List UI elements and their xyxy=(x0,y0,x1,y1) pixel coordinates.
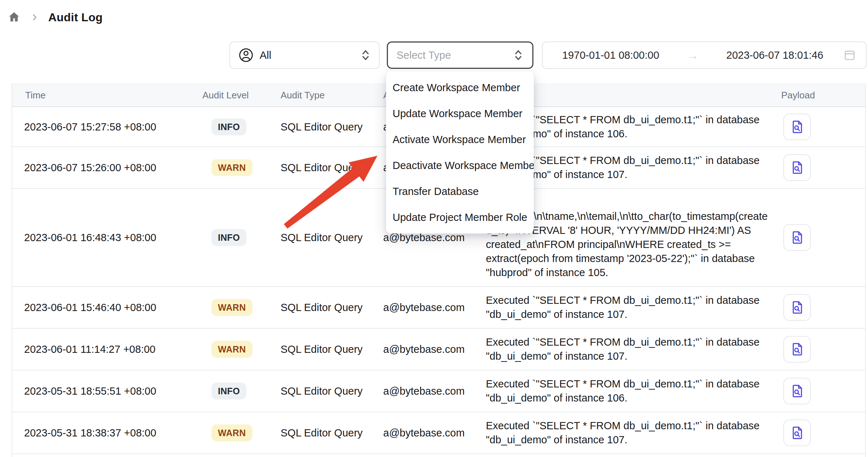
cell-audit-type: SQL Editor Query xyxy=(281,302,363,314)
menu-item-transfer-database[interactable]: Transfer Database xyxy=(386,178,534,204)
menu-item-activate-workspace-member[interactable]: Activate Workspace Member xyxy=(386,127,534,152)
cell-audit-level: WARN xyxy=(211,425,252,442)
date-range-end[interactable]: 2023-06-07 18:01:46 xyxy=(726,49,823,61)
cell-time: 2023-06-01 15:46:40 +08:00 xyxy=(24,302,156,314)
chevrons-up-down-icon xyxy=(513,49,524,62)
cell-audit-level: INFO xyxy=(211,383,246,400)
cell-audit-level: INFO xyxy=(211,118,246,135)
chevron-right-icon xyxy=(30,13,39,22)
cell-comment: Executed `"SELECT * FROM db_ui_demo.t1;"… xyxy=(486,419,770,447)
cell-comment: Executed `"SELECT * FROM db_ui_demo.t1;"… xyxy=(486,335,770,363)
cell-audit-level: WARN xyxy=(211,159,252,176)
audit-type-dropdown-menu: Create Workspace Member Update Workspace… xyxy=(386,71,534,234)
view-payload-button[interactable] xyxy=(783,224,811,251)
cell-time: 2023-05-31 18:38:37 +08:00 xyxy=(24,427,156,439)
cell-actor: a@bytebase.com xyxy=(383,427,465,439)
cell-audit-type: SQL Editor Query xyxy=(281,121,363,133)
audit-level-badge: WARN xyxy=(211,299,252,316)
view-payload-button[interactable] xyxy=(783,378,811,404)
home-icon[interactable] xyxy=(7,10,21,24)
audit-level-badge: INFO xyxy=(211,383,246,400)
menu-item-deactivate-workspace-member[interactable]: Deactivate Workspace Member xyxy=(386,152,534,178)
column-header-level: Audit Level xyxy=(202,90,249,101)
table-row: 2023-06-01 11:14:27 +08:00WARNSQL Editor… xyxy=(12,329,865,371)
document-search-icon xyxy=(789,300,805,315)
actor-filter-value: All xyxy=(260,49,271,61)
cell-actor: a@bytebase.com xyxy=(383,302,465,314)
document-search-icon xyxy=(789,119,805,134)
document-search-icon xyxy=(789,425,805,440)
date-range-picker[interactable]: 1970-01-01 08:00:00 → 2023-06-07 18:01:4… xyxy=(542,41,867,69)
document-search-icon xyxy=(789,342,805,357)
audit-level-badge: WARN xyxy=(211,425,252,442)
cell-audit-type: SQL Editor Query xyxy=(281,427,363,439)
audit-type-placeholder: Select Type xyxy=(397,49,451,61)
cell-audit-level: WARN xyxy=(211,341,252,358)
calendar-icon[interactable] xyxy=(844,49,856,61)
user-circle-icon xyxy=(238,47,254,63)
view-payload-button[interactable] xyxy=(783,294,811,321)
chevrons-up-down-icon xyxy=(360,49,371,62)
cell-comment: Executed `"SELECT * FROM db_ui_demo.t1;"… xyxy=(486,293,770,321)
cell-audit-level: INFO xyxy=(211,229,246,246)
cell-time: 2023-06-01 16:48:43 +08:00 xyxy=(24,232,156,244)
cell-comment: Executed `"SELECT * FROM db_ui_demo.t1;"… xyxy=(486,377,770,405)
cell-time: 2023-06-01 11:14:27 +08:00 xyxy=(24,343,156,355)
view-payload-button[interactable] xyxy=(783,336,811,363)
audit-type-select[interactable]: Select Type xyxy=(387,41,533,69)
document-search-icon xyxy=(789,160,805,175)
cell-time: 2023-06-07 15:27:58 +08:00 xyxy=(24,121,156,133)
document-search-icon xyxy=(789,230,805,245)
cell-audit-type: SQL Editor Query xyxy=(281,162,363,174)
column-header-payload: Payload xyxy=(781,90,815,101)
cell-audit-level: WARN xyxy=(211,299,252,316)
menu-item-update-workspace-member[interactable]: Update Workspace Member xyxy=(386,101,534,127)
cell-time: 2023-06-07 15:26:00 +08:00 xyxy=(24,162,156,174)
audit-level-badge: WARN xyxy=(211,341,252,358)
column-header-time: Time xyxy=(25,90,46,101)
audit-log-page: Audit Log All Select Type 1970-01-01 08:… xyxy=(0,0,868,457)
table-row: 2023-06-01 15:46:40 +08:00WARNSQL Editor… xyxy=(12,287,865,329)
menu-item-update-project-member-role[interactable]: Update Project Member Role xyxy=(386,204,534,230)
cell-actor: a@bytebase.com xyxy=(383,385,465,397)
cell-time: 2023-05-31 18:55:51 +08:00 xyxy=(24,385,156,397)
cell-actor: a@bytebase.com xyxy=(383,343,465,355)
audit-level-badge: INFO xyxy=(211,229,246,246)
cell-audit-type: SQL Editor Query xyxy=(281,385,363,397)
cell-audit-type: SQL Editor Query xyxy=(281,343,363,355)
audit-level-badge: INFO xyxy=(211,118,246,135)
menu-item-create-workspace-member[interactable]: Create Workspace Member xyxy=(386,75,534,101)
view-payload-button[interactable] xyxy=(783,114,811,140)
column-header-type: Audit Type xyxy=(281,90,325,101)
breadcrumb: Audit Log xyxy=(7,8,103,27)
actor-filter-select[interactable]: All xyxy=(229,41,380,69)
arrow-right-icon: → xyxy=(686,48,699,62)
view-payload-button[interactable] xyxy=(783,154,811,181)
view-payload-button[interactable] xyxy=(783,420,811,446)
table-row: 2023-05-31 18:55:51 +08:00INFOSQL Editor… xyxy=(12,371,865,412)
page-title: Audit Log xyxy=(48,11,103,24)
date-range-start[interactable]: 1970-01-01 08:00:00 xyxy=(562,49,659,61)
audit-level-badge: WARN xyxy=(211,159,252,176)
document-search-icon xyxy=(789,383,805,399)
cell-audit-type: SQL Editor Query xyxy=(281,232,363,244)
table-row: 2023-05-31 18:38:37 +08:00WARNSQL Editor… xyxy=(12,412,865,454)
